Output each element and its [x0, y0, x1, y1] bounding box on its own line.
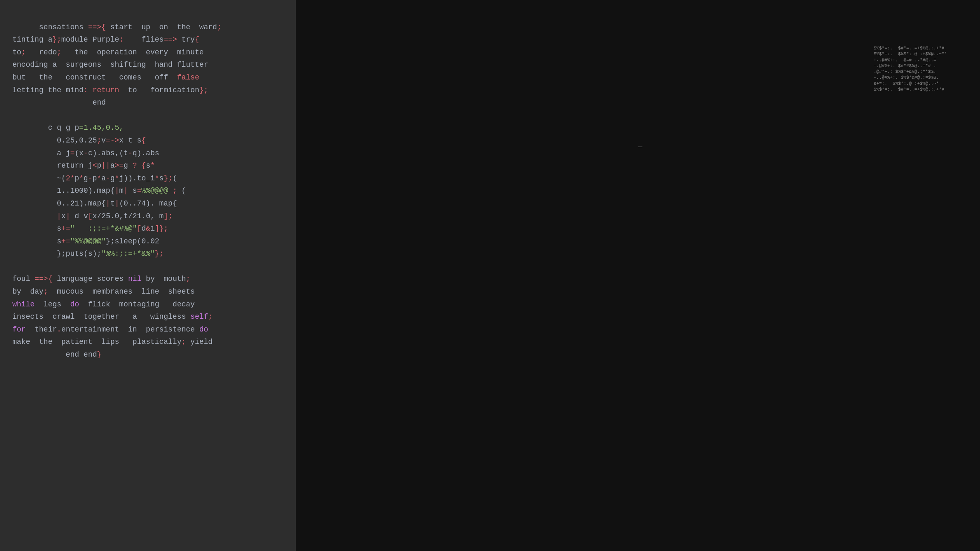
code-line: sensations [39, 23, 88, 31]
code-editor: sensations ==>{ start up on the ward; ti… [12, 8, 283, 374]
ascii-art-display: $%$*=:. $#*=..=+$%@.:.+*# $%$*=:. $%$*:.… [874, 45, 947, 92]
arrow-op: ==> [88, 23, 101, 31]
terminal-cursor: _ [638, 140, 643, 148]
main-container: sensations ==>{ start up on the ward; ti… [0, 0, 980, 551]
left-pane: sensations ==>{ start up on the ward; ti… [0, 0, 296, 551]
right-pane: $%$*=:. $#*=..=+$%@.:.+*# $%$*=:. $%$*:.… [296, 0, 980, 551]
